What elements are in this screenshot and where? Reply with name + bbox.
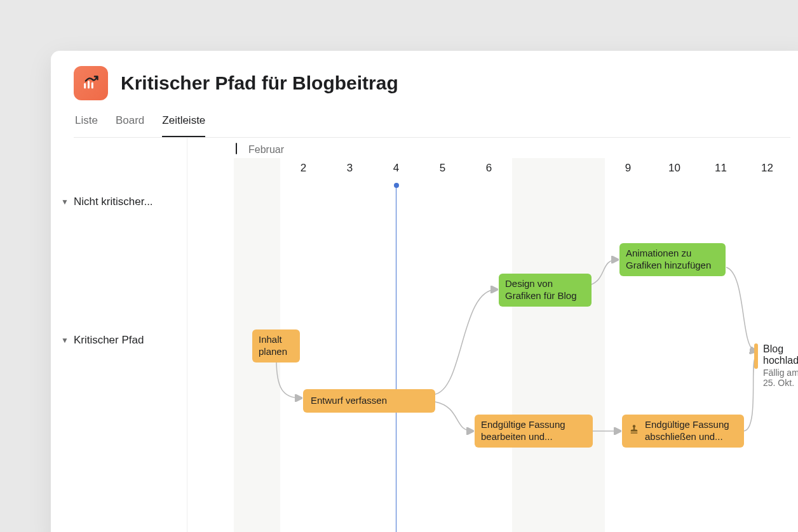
milestone-due: Fällig am 25. Okt. <box>763 368 798 388</box>
today-line <box>396 185 396 532</box>
task-inhalt-planen[interactable]: Inhalt planen <box>252 329 300 362</box>
task-design-grafiken[interactable]: Design von Grafiken für Blog <box>499 274 592 307</box>
chart-growth-icon <box>82 74 100 92</box>
tab-liste[interactable]: Liste <box>75 114 98 137</box>
milestone-bar-icon <box>754 343 758 369</box>
sidebar: ▼ Nicht kritischer... ▼ Kritischer Pfad <box>51 138 187 532</box>
task-entwurf-verfassen[interactable]: Entwurf verfassen <box>303 389 435 413</box>
header: Kritischer Pfad für Blogbeitrag Liste Bo… <box>51 51 798 138</box>
task-label: Design von Grafiken für Blog <box>505 278 577 301</box>
task-label: Endgültige Fassung bearbeiten und... <box>481 419 565 442</box>
task-fassung-abschliessen[interactable]: Endgültige Fassung abschließen und... <box>622 415 744 448</box>
weekend-shade <box>512 158 605 532</box>
chevron-down-icon: ▼ <box>61 336 69 345</box>
section-label: Nicht kritischer... <box>74 196 153 208</box>
milestone-blog-hochladen[interactable]: Blog hochladen Fällig am 25. Okt. <box>754 343 798 388</box>
section-critical[interactable]: ▼ Kritischer Pfad <box>51 328 187 353</box>
milestone-text: Blog hochladen Fällig am 25. Okt. <box>763 343 798 388</box>
tabs: Liste Board Zeitleiste <box>74 114 790 138</box>
chevron-down-icon: ▼ <box>61 197 69 206</box>
task-label: Animationen zu Grafiken hinzufügen <box>626 248 711 270</box>
day-header: 2 <box>280 158 327 185</box>
section-noncritical[interactable]: ▼ Nicht kritischer... <box>51 189 187 215</box>
page-title: Kritischer Pfad für Blogbeitrag <box>121 72 398 94</box>
chart-body: Inhalt planen Entwurf verfassen Design v… <box>187 185 798 532</box>
timeline-area: ▼ Nicht kritischer... ▼ Kritischer Pfad … <box>51 138 798 532</box>
month-row: Februar Heu <box>187 138 798 158</box>
task-animationen[interactable]: Animationen zu Grafiken hinzufügen <box>619 243 726 276</box>
day-header: 4 <box>373 158 419 185</box>
task-label: Endgültige Fassung abschließen und... <box>645 419 738 443</box>
day-header: 13 <box>790 158 798 185</box>
task-label: Entwurf verfassen <box>311 395 387 406</box>
tab-zeitleiste[interactable]: Zeitleiste <box>162 114 205 137</box>
app-window: Kritischer Pfad für Blogbeitrag Liste Bo… <box>51 51 798 532</box>
today-dot <box>394 183 399 188</box>
task-label: Inhalt planen <box>259 334 287 357</box>
month-label: Februar <box>248 144 284 156</box>
task-fassung-bearbeiten[interactable]: Endgültige Fassung bearbeiten und... <box>475 415 593 448</box>
milestone-title: Blog hochladen <box>763 343 798 366</box>
project-icon <box>74 66 108 100</box>
timeline-grid[interactable]: Februar Heu 1 2 3 4 5 6 7 8 9 10 11 12 1… <box>187 138 798 532</box>
title-row: Kritischer Pfad für Blogbeitrag <box>74 66 790 100</box>
section-label: Kritischer Pfad <box>74 334 144 347</box>
day-header: 11 <box>698 158 744 185</box>
day-header: 12 <box>744 158 790 185</box>
day-header: 5 <box>419 158 466 185</box>
day-header: 3 <box>327 158 373 185</box>
day-header: 9 <box>605 158 651 185</box>
tab-board[interactable]: Board <box>116 114 144 137</box>
day-header: 10 <box>651 158 698 185</box>
stamp-icon <box>628 423 640 438</box>
month-tick <box>236 143 237 154</box>
day-header: 6 <box>466 158 512 185</box>
